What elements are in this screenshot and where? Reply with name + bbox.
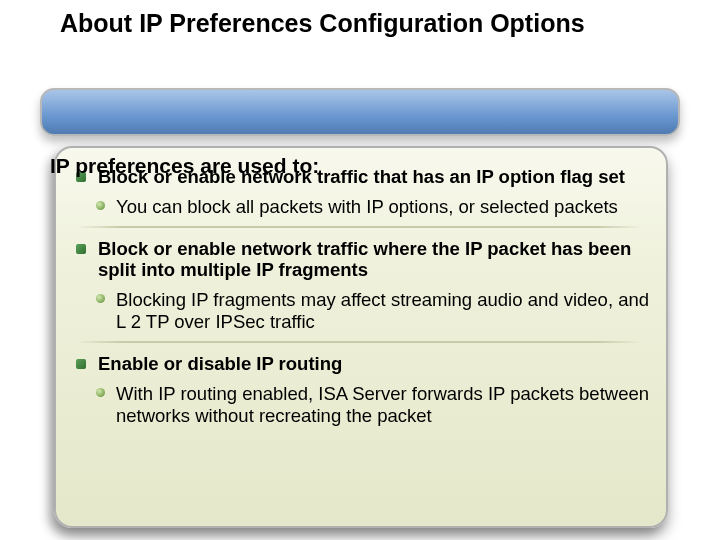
subbullet-text: With IP routing enabled, ISA Server forw… xyxy=(116,383,649,426)
bullet-lvl1: Enable or disable IP routing xyxy=(72,353,652,375)
subbullet-text: You can block all packets with IP option… xyxy=(116,196,618,217)
square-bullet-icon xyxy=(76,359,86,369)
bullet-lvl2: With IP routing enabled, ISA Server forw… xyxy=(72,383,652,427)
bullet-lvl2: Blocking IP fragments may affect streami… xyxy=(72,289,652,333)
bullet-text: Block or enable network traffic where th… xyxy=(98,238,631,281)
square-bullet-icon xyxy=(76,244,86,254)
bullet-text: Enable or disable IP routing xyxy=(98,353,342,374)
bullet-lvl2: You can block all packets with IP option… xyxy=(72,196,652,218)
divider xyxy=(76,341,642,343)
bullet-content: Block or enable network traffic that has… xyxy=(72,160,652,434)
dot-bullet-icon xyxy=(96,201,105,210)
dot-bullet-icon xyxy=(96,294,105,303)
intro-text: IP preferences are used to: xyxy=(50,154,319,178)
header-bar xyxy=(40,88,680,136)
bullet-lvl1: Block or enable network traffic where th… xyxy=(72,238,652,282)
subbullet-text: Blocking IP fragments may affect streami… xyxy=(116,289,649,332)
slide-title: About IP Preferences Configuration Optio… xyxy=(60,8,620,38)
dot-bullet-icon xyxy=(96,388,105,397)
divider xyxy=(76,226,642,228)
